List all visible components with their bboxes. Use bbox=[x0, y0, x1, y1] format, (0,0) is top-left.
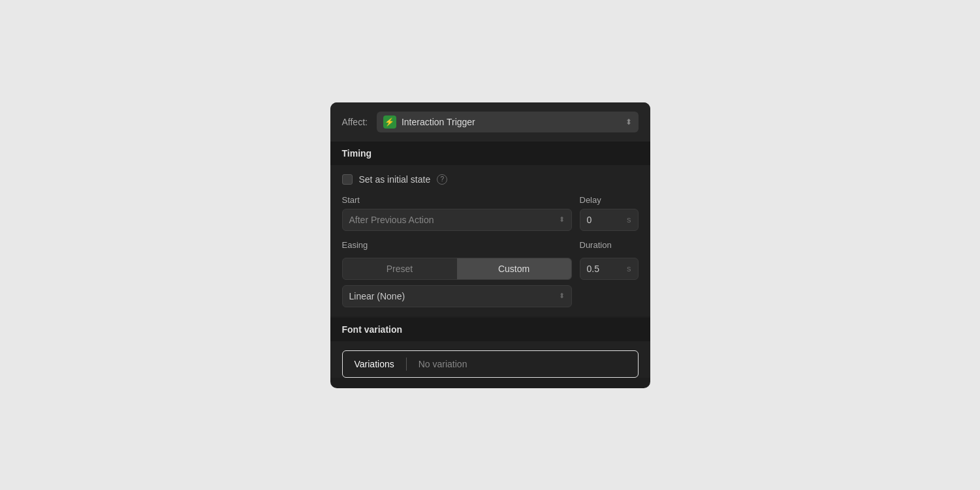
variations-tab-group: Variations No variation bbox=[342, 350, 639, 378]
duration-label: Duration bbox=[580, 240, 639, 250]
preset-button[interactable]: Preset bbox=[343, 258, 457, 279]
duration-unit: s bbox=[627, 264, 631, 273]
start-select[interactable]: After Previous Action ⬍ bbox=[342, 209, 572, 231]
easing-labels-row: Easing Duration bbox=[342, 240, 639, 254]
chevron-updown-icon: ⬍ bbox=[625, 117, 632, 127]
affect-select[interactable]: ⚡ Interaction Trigger ⬍ bbox=[377, 112, 639, 132]
affect-select-label: Interaction Trigger bbox=[402, 117, 620, 127]
easing-curve-arrows-icon: ⬍ bbox=[559, 292, 565, 300]
custom-button[interactable]: Custom bbox=[457, 258, 571, 279]
delay-unit: s bbox=[627, 215, 631, 224]
animation-panel: Affect: ⚡ Interaction Trigger ⬍ Timing S… bbox=[330, 102, 650, 388]
delay-value: 0 bbox=[587, 215, 627, 225]
timing-section-header: Timing bbox=[330, 142, 650, 165]
help-icon[interactable]: ? bbox=[437, 174, 447, 185]
duration-value: 0.5 bbox=[587, 264, 627, 274]
affect-label: Affect: bbox=[342, 117, 368, 127]
initial-state-checkbox[interactable] bbox=[342, 174, 353, 185]
duration-col: 0.5 s bbox=[580, 258, 639, 280]
affect-row: Affect: ⚡ Interaction Trigger ⬍ bbox=[330, 102, 650, 142]
easing-row: Easing Duration Preset Custom Linear (No… bbox=[342, 240, 639, 307]
preset-custom-toggle: Preset Custom bbox=[342, 258, 572, 280]
initial-state-label: Set as initial state bbox=[359, 174, 431, 185]
initial-state-row: Set as initial state ? bbox=[342, 174, 639, 185]
easing-controls: Preset Custom Linear (None) ⬍ 0.5 s bbox=[342, 258, 639, 307]
no-variation-tab[interactable]: No variation bbox=[407, 351, 479, 377]
start-delay-labels: Start After Previous Action ⬍ Delay 0 s bbox=[342, 195, 639, 231]
timing-section-content: Set as initial state ? Start After Previ… bbox=[330, 165, 650, 316]
easing-label: Easing bbox=[342, 240, 572, 250]
delay-label: Delay bbox=[580, 195, 639, 205]
easing-curve-value: Linear (None) bbox=[349, 291, 559, 301]
easing-toggle-and-select: Preset Custom Linear (None) ⬍ bbox=[342, 258, 572, 307]
duration-field[interactable]: 0.5 s bbox=[580, 258, 639, 280]
font-variation-content: Variations No variation bbox=[330, 341, 650, 378]
start-col: Start After Previous Action ⬍ bbox=[342, 195, 572, 231]
lightning-icon: ⚡ bbox=[383, 115, 396, 129]
start-label: Start bbox=[342, 195, 572, 205]
variations-tab[interactable]: Variations bbox=[343, 351, 406, 377]
font-variation-section-header: Font variation bbox=[330, 318, 650, 341]
start-select-value: After Previous Action bbox=[349, 215, 559, 225]
start-arrows-icon: ⬍ bbox=[559, 215, 565, 224]
easing-curve-select[interactable]: Linear (None) ⬍ bbox=[342, 285, 572, 307]
delay-col: Delay 0 s bbox=[580, 195, 639, 231]
delay-field[interactable]: 0 s bbox=[580, 209, 639, 231]
